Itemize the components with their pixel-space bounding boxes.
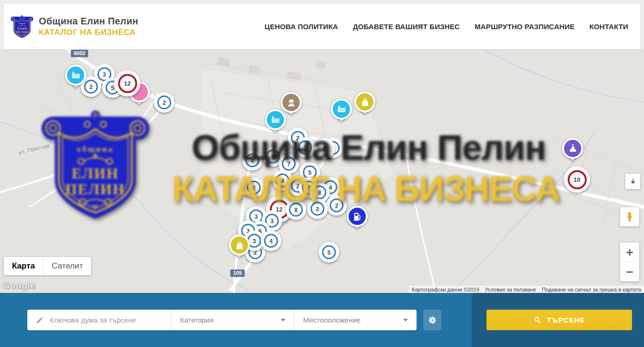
search-button-label: ТЪРСЕНЕ	[547, 316, 586, 324]
zoom-out-button[interactable]: −	[620, 262, 639, 281]
factory-icon-marker[interactable]	[331, 99, 352, 120]
advanced-search-button[interactable]	[423, 310, 441, 330]
attribution-report-link[interactable]: Подаване на сигнал за грешка в картата	[539, 287, 644, 292]
location-select[interactable]: Местоположение	[294, 310, 417, 330]
category-select-label: Категория	[180, 316, 214, 324]
cluster-marker[interactable]: 2	[307, 199, 328, 219]
search-submit-button[interactable]: ТЪРСЕНЕ	[486, 310, 632, 330]
attribution-terms-link[interactable]: Условия за ползване	[482, 287, 539, 292]
cluster-count: 3	[298, 141, 312, 155]
chevron-down-icon	[403, 319, 408, 322]
cluster-marker[interactable]: 3	[295, 137, 316, 158]
lock-control[interactable]	[625, 174, 640, 189]
cluster-marker[interactable]: 2	[154, 92, 175, 113]
church-icon	[567, 143, 579, 155]
cluster-marker[interactable]: 2	[327, 195, 347, 216]
main-nav: ЦЕНОВА ПОЛИТИКА ДОБАВЕТЕ ВАШИЯТ БИЗНЕС М…	[265, 22, 628, 31]
brand-home-link[interactable]: Община Елин Пелин КАТАЛОГ НА БИЗНЕСА	[4, 13, 138, 40]
church-icon-marker[interactable]	[562, 138, 583, 159]
brand-title: Община Елин Пелин	[39, 16, 138, 27]
pegman-icon	[624, 211, 635, 223]
map-attribution: Картографски данни ©2019 Условия за полз…	[409, 286, 644, 293]
flame-icon	[319, 143, 331, 155]
gear-icon	[428, 315, 437, 325]
factory-icon-marker[interactable]	[65, 65, 86, 86]
map-type-map-button[interactable]: Карта	[4, 257, 43, 275]
factory-icon-marker[interactable]	[265, 109, 286, 130]
map-type-control: Карта Сателит	[4, 257, 91, 275]
cluster-count: 2	[311, 202, 325, 216]
cluster-count: 7	[282, 157, 296, 171]
nav-item-add-business[interactable]: ДОБАВЕТЕ ВАШИЯТ БИЗНЕС	[353, 22, 460, 31]
google-logo[interactable]: Google	[3, 280, 35, 291]
cluster-count: 4	[246, 154, 260, 168]
fuel-icon-marker[interactable]	[347, 206, 368, 227]
cluster-marker[interactable]: 10	[564, 167, 590, 193]
cluster-count: 12	[118, 74, 137, 93]
shopping-bag-icon	[234, 239, 246, 251]
cluster-count: 5	[322, 246, 336, 259]
keyword-search-input[interactable]	[50, 316, 171, 324]
category-select[interactable]: Категория	[171, 310, 294, 330]
cluster-marker[interactable]: 5	[319, 242, 339, 263]
search-input-group: Категория Местоположение	[27, 310, 417, 330]
nav-item-contacts[interactable]: КОНТАКТИ	[589, 22, 628, 31]
cluster-count: 6	[266, 150, 280, 164]
pencil-icon	[36, 316, 44, 324]
location-select-label: Местоположение	[303, 316, 361, 324]
flame-icon-marker[interactable]	[314, 138, 335, 159]
zoom-control: + −	[620, 243, 639, 281]
street-view-pegman[interactable]	[620, 207, 639, 226]
map-canvas[interactable]: ул. Преславбул. „Новосел6002105 32512223…	[0, 49, 644, 293]
factory-icon	[336, 103, 348, 115]
cluster-count: 8	[313, 186, 327, 200]
cluster-marker[interactable]: 2	[244, 178, 264, 198]
brand-subtitle: КАТАЛОГ НА БИЗНЕСА	[39, 28, 138, 37]
cluster-count: 10	[567, 170, 587, 189]
search-icon	[533, 316, 542, 324]
cluster-marker[interactable]: 12	[114, 70, 141, 97]
nav-item-bus-schedule[interactable]: МАРШРУТНО РАЗПИСАНИЕ	[475, 22, 575, 31]
factory-icon	[70, 69, 82, 81]
keyword-field-wrap	[27, 310, 171, 330]
zoom-in-button[interactable]: +	[620, 243, 639, 262]
search-bar: Категория Местоположение	[0, 293, 644, 347]
shopping-bag-icon	[359, 96, 371, 108]
cluster-count: 2	[158, 96, 171, 110]
municipality-crest-logo	[11, 13, 34, 40]
shopping-bag-icon-marker[interactable]	[229, 235, 250, 256]
cluster-marker[interactable]: 4	[242, 150, 263, 171]
attribution-data: Картографски данни ©2019	[409, 287, 482, 292]
nav-item-pricing[interactable]: ЦЕНОВА ПОЛИТИКА	[265, 22, 338, 31]
cluster-count: 2	[247, 181, 261, 195]
map-type-satellite-button[interactable]: Сателит	[43, 257, 91, 275]
worker-icon	[285, 97, 297, 109]
factory-icon	[270, 114, 282, 126]
cluster-marker[interactable]: 8	[286, 200, 306, 220]
cluster-marker[interactable]: 4	[261, 231, 282, 251]
cluster-count: 8	[289, 203, 303, 217]
fuel-icon	[351, 211, 363, 223]
lock-icon	[629, 178, 637, 185]
chevron-down-icon	[281, 319, 285, 322]
shopping-bag-icon-marker[interactable]	[354, 91, 375, 112]
cluster-count: 4	[264, 234, 278, 248]
header: Община Елин Пелин КАТАЛОГ НА БИЗНЕСА ЦЕН…	[0, 0, 644, 49]
cluster-count: 2	[330, 199, 344, 213]
